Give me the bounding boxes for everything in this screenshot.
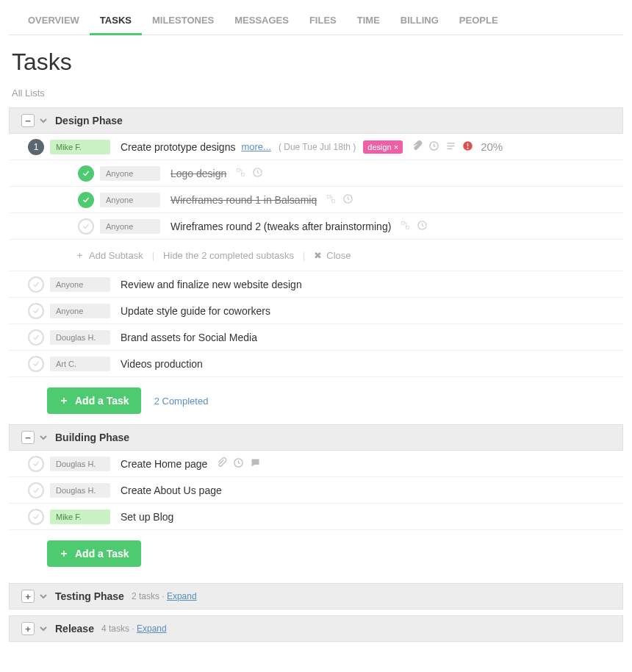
tab-messages[interactable]: MESSAGES [224, 7, 299, 35]
tab-tasks[interactable]: TASKS [90, 7, 142, 35]
checkbox[interactable] [78, 165, 94, 182]
add-task-section: ＋Add a Task 2 Completed [9, 377, 623, 424]
add-task-button[interactable]: ＋Add a Task [47, 540, 141, 567]
subtask-actions: ＋Add Subtask | Hide the 2 completed subt… [9, 240, 623, 271]
task-row[interactable]: 1 Mike F. Create prototype designs more.… [9, 134, 623, 160]
checkbox[interactable] [28, 303, 44, 319]
completed-link[interactable]: 2 Completed [154, 396, 209, 407]
list-header-release: + Release 4 tasks · Expand [9, 615, 623, 642]
attachment-icon[interactable] [216, 457, 227, 471]
assignee[interactable]: Douglas H. [50, 457, 110, 471]
list-name[interactable]: Building Phase [55, 432, 129, 443]
nav-tabs: OVERVIEW TASKS MILESTONES MESSAGES FILES… [9, 7, 623, 35]
add-task-section: ＋Add a Task [9, 530, 623, 577]
checkbox[interactable] [28, 276, 44, 293]
checkbox[interactable] [28, 456, 44, 472]
subtask-count-badge: 1 [28, 139, 44, 155]
tab-people[interactable]: PEOPLE [449, 7, 509, 35]
list-header-building: − Building Phase [9, 424, 623, 451]
task-title: Create prototype designs [121, 141, 235, 153]
assignee[interactable]: Anyone [100, 193, 160, 207]
assignee[interactable]: Mike F. [50, 510, 110, 524]
expand-link[interactable]: Expand [137, 623, 167, 634]
clock-icon[interactable] [342, 193, 353, 207]
svg-rect-4 [242, 173, 245, 176]
checkbox[interactable] [28, 356, 44, 372]
checkbox[interactable] [78, 218, 94, 235]
assignee[interactable]: Anyone [50, 277, 110, 292]
clock-icon[interactable] [252, 167, 263, 180]
assignee[interactable]: Anyone [100, 166, 160, 181]
svg-rect-3 [237, 168, 240, 171]
task-title: Create About Us page [121, 485, 222, 496]
tab-files[interactable]: FILES [299, 7, 347, 35]
subtask-row[interactable]: Anyone Wireframes round 1 in Balsamiq [9, 187, 623, 213]
list-name[interactable]: Testing Phase [55, 590, 124, 602]
hide-completed-subtasks[interactable]: Hide the 2 completed subtasks [163, 250, 294, 261]
add-task-button[interactable]: ＋Add a Task [47, 387, 141, 414]
clock-icon[interactable] [428, 140, 439, 154]
tag-remove-icon[interactable]: × [394, 143, 398, 151]
clock-icon[interactable] [417, 220, 428, 233]
svg-point-2 [467, 147, 469, 149]
attachment-icon[interactable] [412, 140, 423, 154]
expand-link[interactable]: Expand [167, 591, 197, 601]
list-name[interactable]: Release [55, 623, 94, 635]
checkbox[interactable] [28, 509, 44, 525]
progress-percent: 20% [481, 140, 503, 153]
task-row[interactable]: Douglas H. Create About Us page [9, 477, 623, 504]
list-name[interactable]: Design Phase [55, 115, 123, 126]
comment-icon[interactable] [250, 457, 261, 471]
collapse-button[interactable]: − [21, 431, 35, 444]
close-button[interactable]: ✖Close [314, 250, 351, 261]
list-icon[interactable] [445, 140, 456, 154]
subtask-icon[interactable] [400, 220, 411, 233]
task-title: Wireframes round 1 in Balsamiq [170, 194, 317, 206]
task-row[interactable]: Mike F. Set up Blog [9, 504, 623, 530]
checkbox[interactable] [28, 482, 44, 498]
task-row[interactable]: Anyone Update style guide for coworkers [9, 298, 623, 324]
tab-billing[interactable]: BILLING [390, 7, 449, 35]
list-meta: 2 tasks · Expand [132, 591, 197, 601]
add-subtask-button[interactable]: ＋Add Subtask [75, 249, 143, 262]
assignee[interactable]: Art C. [50, 357, 110, 371]
assignee[interactable]: Douglas H. [50, 483, 110, 498]
tab-milestones[interactable]: MILESTONES [142, 7, 224, 35]
chevron-down-icon[interactable] [39, 592, 48, 601]
plus-icon: ＋ [59, 394, 69, 407]
svg-rect-7 [332, 199, 335, 202]
subtask-row[interactable]: Anyone Logo design [9, 160, 623, 187]
chevron-down-icon[interactable] [39, 116, 48, 125]
subtask-icon[interactable] [326, 193, 337, 207]
expand-button[interactable]: + [21, 590, 35, 603]
assignee[interactable]: Anyone [50, 304, 110, 318]
clock-icon[interactable] [233, 457, 244, 471]
task-title: Review and finalize new website design [121, 279, 302, 290]
task-row[interactable]: Art C. Videos production [9, 351, 623, 377]
chevron-down-icon[interactable] [39, 433, 48, 442]
subtask-row[interactable]: Anyone Wireframes round 2 (tweaks after … [9, 213, 623, 240]
assignee[interactable]: Mike F. [50, 140, 110, 154]
checkbox[interactable] [78, 192, 94, 208]
checkbox[interactable] [28, 329, 44, 346]
plus-icon: ＋ [59, 547, 69, 560]
collapse-button[interactable]: − [21, 114, 35, 127]
assignee[interactable]: Anyone [100, 219, 160, 234]
more-link[interactable]: more... [241, 141, 270, 152]
subtask-icon[interactable] [235, 167, 246, 180]
tag-design[interactable]: design× [363, 140, 403, 154]
tab-overview[interactable]: OVERVIEW [18, 7, 90, 35]
plus-icon: ＋ [75, 249, 85, 262]
task-title: Update style guide for coworkers [121, 305, 270, 317]
expand-button[interactable]: + [21, 622, 35, 635]
chevron-down-icon[interactable] [39, 624, 48, 633]
assignee[interactable]: Douglas H. [50, 330, 110, 345]
all-lists-link[interactable]: All Lists [0, 83, 632, 107]
task-title: Wireframes round 2 (tweaks after brainst… [170, 221, 391, 232]
task-row[interactable]: Douglas H. Brand assets for Social Media [9, 324, 623, 351]
close-icon: ✖ [314, 250, 322, 261]
task-title: Set up Blog [121, 511, 173, 523]
task-row[interactable]: Douglas H. Create Home page [9, 451, 623, 477]
task-row[interactable]: Anyone Review and finalize new website d… [9, 271, 623, 298]
tab-time[interactable]: TIME [347, 7, 390, 35]
